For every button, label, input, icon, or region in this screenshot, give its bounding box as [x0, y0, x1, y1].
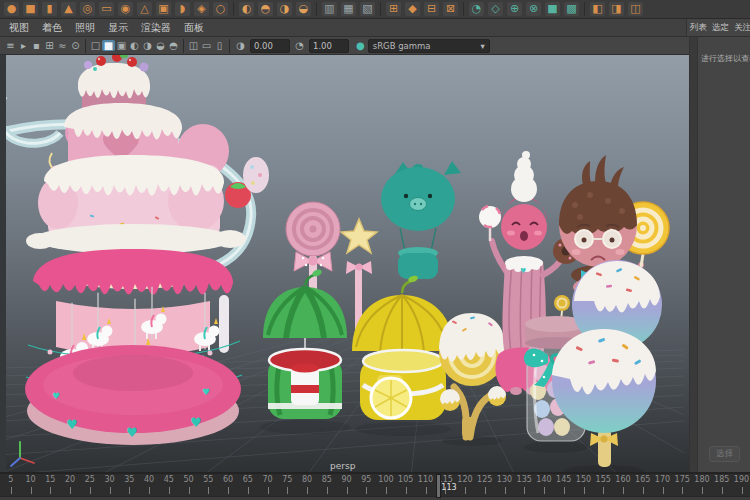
shelf-icon-sculpt-tool[interactable]: ◐ — [239, 2, 254, 16]
viewport-toolbar-icon-isolate-select[interactable]: ◫ — [187, 40, 200, 51]
viewport-toolbar-icon-shaded-mode[interactable]: ■ — [102, 40, 115, 51]
menu-shading[interactable]: 着色 — [42, 21, 62, 35]
toolbar-separator — [85, 39, 86, 53]
viewport-toolbar-icon-textured-mode[interactable]: ▣ — [115, 40, 128, 51]
timeline-tick-label: 100 — [378, 475, 393, 484]
shelf-icon-poly-cylinder[interactable]: ▮ — [42, 2, 57, 16]
shelf-icon-poly-cube[interactable]: ■ — [23, 2, 38, 16]
shelf-icon-relax-tool[interactable]: ◑ — [277, 2, 292, 16]
tab-list[interactable]: 列表 — [690, 22, 707, 34]
timeline-tick-mark — [366, 487, 367, 494]
viewport-toolbar-icon-select-by-object[interactable]: ▸ — [17, 40, 30, 51]
menu-renderer[interactable]: 渲染器 — [141, 21, 171, 35]
viewport-toolbar-icon-ambient-occlusion[interactable]: ◒ — [154, 40, 167, 51]
shelf-toolbar: ●■▮▲◎▭◉△▣◗◈○◐◓◑◒▥▦▧⊞◆⊟⊠◔◇⊕⊗■▩◧◨◫ — [0, 0, 750, 19]
viewport-toolbar-icon-resolution-gate[interactable]: ▯ — [213, 40, 226, 51]
model-candy-tree[interactable] — [439, 313, 506, 437]
attribute-editor-panel: 进行选择以查看属性。 选择 — [689, 37, 750, 472]
shelf-icon-pinch-tool[interactable]: ◒ — [296, 2, 311, 16]
heart-decoration: ♥ — [190, 415, 202, 430]
timeline-tick-label: 50 — [183, 475, 193, 484]
timeline-tick-label: 30 — [104, 475, 114, 484]
range-slider[interactable] — [0, 496, 750, 500]
timeline-tick-mark — [31, 487, 32, 494]
timeline-tick-label: 175 — [675, 475, 690, 484]
shelf-icon-poly-sphere[interactable]: ● — [4, 2, 19, 16]
viewport-toolbar-icon-motion-blur[interactable]: ◓ — [167, 40, 180, 51]
timeline-tick-label: 160 — [615, 475, 630, 484]
chevron-down-icon: ▾ — [480, 40, 484, 52]
menu-panels[interactable]: 面板 — [184, 21, 204, 35]
menu-show[interactable]: 显示 — [108, 21, 128, 35]
viewport-toolbar-icon-snap-to-point[interactable]: ⊙ — [69, 40, 82, 51]
model-lemon-umbrella-basket[interactable] — [352, 274, 454, 420]
viewport-toolbar-icon-wireframe-mode[interactable]: □ — [89, 40, 102, 51]
right-panel-scrollbar[interactable] — [690, 37, 698, 472]
attribute-editor-footer-button[interactable]: 选择 — [709, 446, 740, 462]
shelf-icon-quad-draw[interactable]: ◔ — [469, 2, 484, 16]
tab-focus[interactable]: 关注 — [734, 22, 750, 34]
viewport-toolbar-icon-snap-to-curve[interactable]: ≈ — [56, 40, 69, 51]
timeline-tick-label: 15 — [45, 475, 55, 484]
shelf-icon-bridge[interactable]: ⊟ — [424, 2, 439, 16]
shelf-icon-duplicate[interactable]: ◨ — [609, 2, 624, 16]
viewport-toolbar-icon-field-chart[interactable]: ▭ — [200, 40, 213, 51]
shelf-icon-crease[interactable]: ■ — [545, 2, 560, 16]
shelf-icon-poly-torus[interactable]: ◎ — [80, 2, 95, 16]
shelf-icon-poly-gear[interactable]: ◈ — [194, 2, 209, 16]
tab-selected[interactable]: 选定 — [712, 22, 729, 34]
shelf-icon-connect[interactable]: ⊗ — [526, 2, 541, 16]
timeline-tick-label: 105 — [398, 475, 413, 484]
shelf-icon-combine[interactable]: ▦ — [341, 2, 356, 16]
model-watermelon-umbrella-basket[interactable] — [263, 268, 347, 419]
timeline-tick-label: 170 — [655, 475, 670, 484]
shelf-icon-mirror-geometry[interactable]: ◧ — [590, 2, 605, 16]
viewport-toolbar-icon-select-by-hierarchy[interactable]: ≡ — [4, 40, 17, 51]
shelf-icon-smooth-tool[interactable]: ◓ — [258, 2, 273, 16]
timeline-tick-mark — [248, 487, 249, 494]
menu-lighting[interactable]: 照明 — [75, 21, 95, 35]
viewport-toolbar-icon-snap-to-grid[interactable]: ⊞ — [43, 40, 56, 51]
viewport-toolbar-icon-select-by-component[interactable]: ▪ — [30, 40, 43, 51]
shelf-icon-poly-plane[interactable]: ▭ — [99, 2, 114, 16]
shelf-icon-poly-pyramid[interactable]: △ — [137, 2, 152, 16]
timeline-tick-mark — [70, 487, 71, 494]
model-cake-carousel[interactable]: ♥ ♥ ♥ ♥ ♥ ♥ ♥ ♥ — [6, 55, 269, 445]
time-slider[interactable]: 5101520253035404550556065707580859095100… — [0, 474, 750, 496]
exposure-icon: ◑ — [234, 40, 247, 51]
viewport-toolbar-icon-shadows[interactable]: ◑ — [141, 40, 154, 51]
timeline-tick-label: 190 — [734, 475, 749, 484]
shelf-icon-fill-hole[interactable]: ⊠ — [443, 2, 458, 16]
shelf-icon-poly-helix[interactable]: ◗ — [175, 2, 190, 16]
shelf-icon-separate[interactable]: ▧ — [360, 2, 375, 16]
timeline-tick-mark — [189, 487, 190, 494]
shelf-icon-bevel[interactable]: ◆ — [405, 2, 420, 16]
shelf-icon-poly-pipe[interactable]: ▣ — [156, 2, 171, 16]
shelf-icon-multi-cut[interactable]: ◇ — [488, 2, 503, 16]
model-pig-balloon[interactable] — [381, 161, 461, 279]
shelf-icon-poly-soccer[interactable]: ○ — [213, 2, 228, 16]
menu-view[interactable]: 视图 — [9, 21, 29, 35]
gamma-field[interactable]: 1.00 — [309, 39, 349, 53]
timeline-tick-mark — [406, 487, 407, 494]
timeline-tick-mark — [268, 487, 269, 494]
shelf-icon-poly-cone[interactable]: ▲ — [61, 2, 76, 16]
colorspace-dropdown[interactable]: sRGB gamma ▾ — [368, 39, 490, 53]
timeline: 5101520253035404550556065707580859095100… — [0, 472, 750, 500]
timeline-tick-mark — [623, 487, 624, 494]
shelf-icon-boolean[interactable]: ◫ — [628, 2, 643, 16]
shelf-icon-mirror[interactable]: ▥ — [322, 2, 337, 16]
timeline-tick-mark — [50, 487, 51, 494]
viewport-3d[interactable]: ♥ ♥ ♥ ♥ ♥ ♥ ♥ ♥ — [0, 55, 689, 472]
viewport-toolbar-icon-use-all-lights[interactable]: ◐ — [128, 40, 141, 51]
exposure-field[interactable]: 0.00 — [250, 39, 290, 53]
timeline-tick-mark — [129, 487, 130, 494]
shelf-icon-grid-fill[interactable]: ▩ — [564, 2, 579, 16]
timeline-tick-label: 130 — [497, 475, 512, 484]
timeline-tick-mark — [169, 487, 170, 494]
shelf-icon-target-weld[interactable]: ⊕ — [507, 2, 522, 16]
timeline-tick-label: 125 — [477, 475, 492, 484]
timeline-tick-mark — [682, 487, 683, 494]
shelf-icon-extrude[interactable]: ⊞ — [386, 2, 401, 16]
shelf-icon-poly-disc[interactable]: ◉ — [118, 2, 133, 16]
